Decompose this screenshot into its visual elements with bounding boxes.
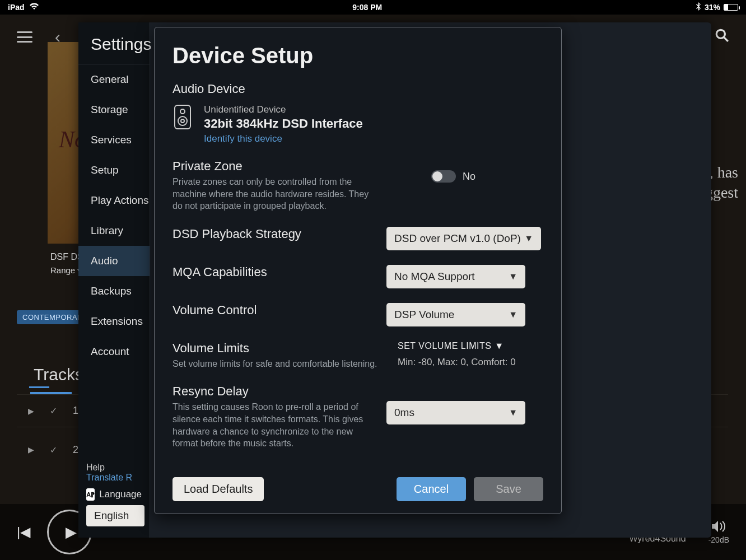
set-volume-limits-link[interactable]: SET VOLUME LIMITS▼: [398, 341, 504, 351]
private-zone-label: Private Zone: [172, 159, 418, 174]
chevron-down-icon: ▼: [509, 408, 517, 418]
chevron-down-icon: ▼: [524, 234, 533, 244]
play-icon[interactable]: ▶: [28, 445, 34, 454]
sidebar-item-general[interactable]: General: [78, 64, 150, 95]
settings-title: Settings: [78, 22, 150, 64]
sidebar-item-storage[interactable]: Storage: [78, 95, 150, 125]
check-icon: ✓: [50, 405, 57, 416]
language-label: Language: [99, 489, 142, 500]
resync-delay-select[interactable]: 0ms ▼: [386, 401, 525, 424]
mqa-label: MQA Capabilities: [172, 265, 373, 279]
ios-status-bar: iPad 9:08 PM 31%: [0, 0, 746, 15]
svg-point-0: [716, 30, 725, 38]
toggle-value: No: [463, 171, 475, 183]
device-name: 32bit 384kHz DSD Interface: [204, 116, 363, 131]
modal-title: Device Setup: [172, 43, 543, 68]
volume-control[interactable]: -20dB: [708, 520, 729, 544]
resync-delay-desc: This setting causes Roon to pre-roll a p…: [172, 401, 373, 449]
sidebar-item-library[interactable]: Library: [78, 216, 150, 246]
language-select[interactable]: English: [86, 505, 144, 526]
dsd-strategy-label: DSD Playback Strategy: [172, 227, 373, 241]
settings-sidebar: Settings General Storage Services Setup …: [78, 22, 150, 538]
translate-link[interactable]: Help Translate R: [86, 463, 142, 483]
track-number: 1: [73, 405, 78, 417]
chevron-down-icon: ▼: [509, 310, 517, 320]
sidebar-item-play-actions[interactable]: Play Actions: [78, 185, 150, 216]
sidebar-item-setup[interactable]: Setup: [78, 155, 150, 185]
menu-icon[interactable]: [17, 31, 32, 43]
prev-track-icon[interactable]: |◀: [17, 524, 30, 540]
svg-point-6: [178, 116, 187, 125]
device-label: iPad: [8, 3, 25, 12]
play-icon[interactable]: ▶: [28, 407, 34, 416]
clock: 9:08 PM: [39, 3, 696, 12]
sidebar-item-extensions[interactable]: Extensions: [78, 306, 150, 337]
identify-device-link[interactable]: Identify this device: [204, 133, 363, 144]
cancel-button[interactable]: Cancel: [397, 477, 466, 501]
battery-icon: [724, 4, 738, 11]
volume-limits-desc: Set volume limits for safe and comfortab…: [172, 358, 380, 370]
dropdown-value: 0ms: [394, 407, 414, 419]
private-zone-desc: Private zones can only be controlled fro…: [172, 176, 380, 212]
dsd-strategy-select[interactable]: DSD over PCM v1.0 (DoP) ▼: [386, 227, 541, 250]
dropdown-value: DSP Volume: [394, 309, 454, 321]
chevron-down-icon: ▼: [509, 272, 517, 282]
volume-control-label: Volume Control: [172, 303, 373, 318]
svg-point-7: [181, 119, 184, 123]
unidentified-label: Unidentified Device: [204, 104, 363, 115]
sidebar-footer: Help Translate R A⁋ Language English: [78, 457, 150, 538]
check-icon: ✓: [50, 445, 57, 455]
private-zone-toggle[interactable]: No: [431, 170, 475, 183]
search-icon[interactable]: [715, 28, 729, 46]
mqa-select[interactable]: No MQA Support ▼: [386, 265, 525, 288]
chevron-down-icon: ▼: [495, 341, 503, 351]
bluetooth-icon: [696, 2, 701, 13]
svg-point-5: [180, 109, 185, 114]
volume-limits-label: Volume Limits: [172, 341, 384, 356]
track-number: 2: [73, 444, 78, 456]
battery-pct: 31%: [705, 3, 720, 12]
sidebar-item-services[interactable]: Services: [78, 125, 150, 155]
save-button[interactable]: Save: [474, 477, 543, 501]
sidebar-item-audio[interactable]: Audio: [78, 246, 150, 276]
volume-control-select[interactable]: DSP Volume ▼: [386, 303, 525, 326]
audio-device-heading: Audio Device: [172, 82, 543, 96]
language-icon: A⁋: [86, 488, 95, 501]
resync-delay-label: Resync Delay: [172, 384, 373, 399]
sidebar-item-account[interactable]: Account: [78, 337, 150, 367]
volume-limits-summary: Min: -80, Max: 0, Comfort: 0: [398, 357, 516, 368]
dropdown-value: DSD over PCM v1.0 (DoP): [394, 232, 521, 245]
device-setup-modal: Device Setup Audio Device Unidentified D…: [154, 27, 562, 514]
wifi-icon: [29, 3, 39, 12]
track-progress: [29, 386, 49, 388]
speaker-icon: [172, 104, 193, 130]
svg-line-1: [724, 37, 728, 41]
sidebar-item-backups[interactable]: Backups: [78, 276, 150, 306]
dropdown-value: No MQA Support: [394, 270, 475, 283]
load-defaults-button[interactable]: Load Defaults: [172, 477, 264, 501]
